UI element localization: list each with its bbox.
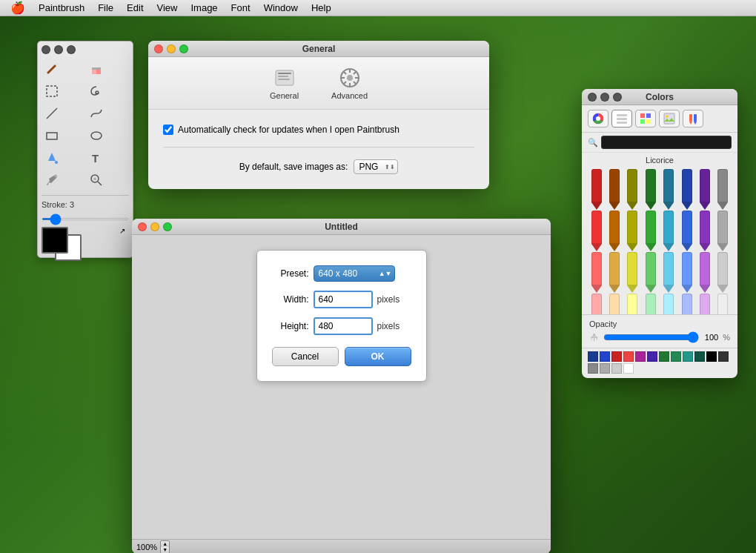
colors-min-btn[interactable]	[600, 93, 609, 102]
rectangle-tool[interactable]	[42, 125, 62, 146]
color-swatch[interactable]	[623, 363, 634, 374]
crayon-item[interactable]	[696, 294, 713, 314]
menu-view[interactable]: View	[151, 1, 184, 15]
menu-image[interactable]: Image	[185, 1, 223, 15]
menu-paintbrush[interactable]: Paintbrush	[33, 1, 90, 15]
crayon-item[interactable]	[624, 211, 641, 251]
crayon-item[interactable]	[588, 169, 605, 210]
crayon-item[interactable]	[642, 169, 659, 210]
general-min-btn[interactable]	[167, 44, 176, 53]
color-swatch[interactable]	[588, 363, 598, 374]
lasso-tool[interactable]	[86, 81, 107, 102]
toolbar-min[interactable]	[54, 45, 63, 54]
cancel-button[interactable]: Cancel	[272, 347, 339, 366]
color-swatch[interactable]	[600, 363, 610, 374]
color-palette-tab[interactable]	[635, 110, 656, 128]
color-swatch[interactable]	[647, 351, 657, 362]
selection-tool[interactable]	[42, 81, 62, 102]
height-input[interactable]: 480	[314, 317, 373, 335]
colors-search-input[interactable]	[601, 136, 732, 149]
fill-tool[interactable]	[42, 148, 62, 168]
color-sliders-tab[interactable]	[611, 110, 632, 128]
crayon-item[interactable]	[660, 211, 677, 251]
color-swatch[interactable]	[635, 351, 646, 362]
preset-select[interactable]: 640 x 480 800 x 600 1024 x 768 1280 x 72…	[314, 265, 395, 282]
colors-max-btn[interactable]	[613, 93, 622, 102]
crayon-item[interactable]	[606, 294, 623, 314]
color-image-tab[interactable]	[659, 110, 680, 128]
menu-font[interactable]: Font	[225, 1, 256, 15]
color-swatch[interactable]	[611, 363, 622, 374]
crayon-item[interactable]	[660, 294, 677, 314]
general-close-btn[interactable]	[154, 44, 163, 53]
color-swatch[interactable]	[671, 351, 681, 362]
crayon-item[interactable]	[588, 294, 605, 314]
crayon-item[interactable]	[714, 252, 732, 293]
autoupdate-checkbox[interactable]	[163, 125, 173, 135]
eyedropper-tool[interactable]	[42, 170, 62, 191]
crayon-item[interactable]	[642, 294, 659, 314]
toolbar-max[interactable]	[67, 45, 76, 54]
toolbar-advanced-tab[interactable]: Advanced	[322, 63, 377, 103]
menu-help[interactable]: Help	[305, 1, 337, 15]
opacity-slider[interactable]	[603, 333, 699, 342]
colors-close-btn[interactable]	[588, 93, 597, 102]
color-swatch[interactable]	[683, 351, 693, 362]
crayon-item[interactable]	[678, 294, 695, 314]
crayon-item[interactable]	[588, 211, 605, 251]
curve-tool[interactable]	[86, 103, 107, 124]
width-input[interactable]: 640	[314, 291, 373, 308]
eraser-tool[interactable]	[86, 59, 107, 79]
toolbar-general-tab[interactable]: General	[261, 63, 308, 103]
color-swatch[interactable]	[659, 351, 669, 362]
crayon-item[interactable]	[714, 294, 732, 314]
color-wheel-tab[interactable]	[588, 110, 609, 128]
zoom-up-arrow[interactable]: ▲	[161, 541, 169, 547]
foreground-color-swatch[interactable]	[42, 227, 68, 254]
crayon-item[interactable]	[660, 252, 677, 293]
swap-colors-icon[interactable]: ↗	[119, 227, 125, 235]
crayon-item[interactable]	[642, 211, 659, 251]
menu-file[interactable]: File	[92, 1, 119, 15]
crayon-item[interactable]	[696, 169, 713, 210]
crayon-item[interactable]	[588, 252, 605, 293]
crayon-item[interactable]	[624, 169, 641, 210]
color-swatch[interactable]	[706, 351, 717, 362]
untitled-max-btn[interactable]	[163, 222, 172, 231]
crayon-item[interactable]	[660, 169, 677, 210]
crayon-item[interactable]	[678, 169, 695, 210]
menu-edit[interactable]: Edit	[121, 1, 149, 15]
text-tool[interactable]: T	[86, 148, 107, 168]
crayon-item[interactable]	[714, 169, 732, 210]
crayon-item[interactable]	[678, 211, 695, 251]
crayon-item[interactable]	[714, 211, 732, 251]
color-swatch[interactable]	[600, 351, 610, 362]
crayon-item[interactable]	[696, 252, 713, 293]
apple-menu[interactable]: 🍎	[4, 1, 31, 15]
untitled-min-btn[interactable]	[150, 222, 159, 231]
color-swatch[interactable]	[623, 351, 634, 362]
crayon-item[interactable]	[696, 211, 713, 251]
color-swatch[interactable]	[694, 351, 705, 362]
menu-window[interactable]: Window	[258, 1, 304, 15]
crayon-item[interactable]	[678, 252, 695, 293]
crayon-item[interactable]	[642, 252, 659, 293]
color-swatch[interactable]	[588, 351, 598, 362]
zoom-stepper[interactable]: ▲ ▼	[160, 540, 170, 554]
zoom-tool[interactable]: +	[86, 170, 107, 191]
zoom-down-arrow[interactable]: ▼	[161, 547, 169, 553]
format-select[interactable]: PNG JPEG BMP GIF TIFF	[354, 159, 398, 174]
color-swatch[interactable]	[611, 351, 622, 362]
toolbar-close[interactable]	[42, 45, 50, 54]
crayon-item[interactable]	[606, 211, 623, 251]
crayon-item[interactable]	[624, 294, 641, 314]
ok-button[interactable]: OK	[345, 347, 411, 366]
line-tool[interactable]	[42, 103, 62, 124]
untitled-close-btn[interactable]	[138, 222, 147, 231]
general-max-btn[interactable]	[179, 44, 188, 53]
crayon-item[interactable]	[606, 252, 623, 293]
crayon-item[interactable]	[624, 252, 641, 293]
oval-tool[interactable]	[86, 125, 107, 146]
color-crayons-tab[interactable]	[683, 110, 703, 128]
color-swatch[interactable]	[718, 351, 729, 362]
